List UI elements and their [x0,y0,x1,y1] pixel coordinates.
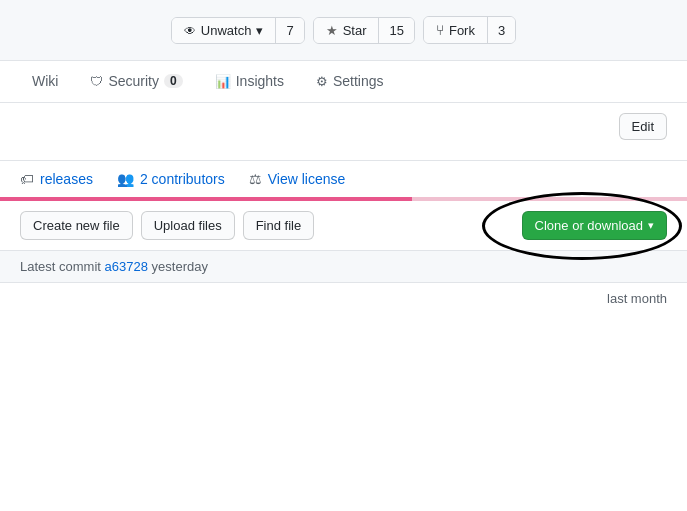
unwatch-button[interactable]: Unwatch ▾ [172,18,277,43]
unwatch-chevron: ▾ [256,23,263,38]
releases-label: releases [40,171,93,187]
contributors-link[interactable]: 👥 2 contributors [117,171,225,187]
latest-commit-prefix: Latest commit [20,259,101,274]
edit-section: Edit [0,103,687,160]
star-group: Star 15 [313,17,415,44]
commit-hash[interactable]: a63728 [105,259,148,274]
insights-icon: 📊 [215,74,231,89]
fork-count[interactable]: 3 [488,17,515,43]
tab-wiki-label: Wiki [32,73,58,89]
star-label: Star [343,23,367,38]
edit-button[interactable]: Edit [619,113,667,140]
tab-settings[interactable]: ⚙ Settings [300,61,400,103]
star-icon [326,23,338,38]
shield-icon: 🛡 [90,74,103,89]
releases-link[interactable]: 🏷 releases [20,171,93,187]
settings-icon: ⚙ [316,74,328,89]
view-license-link[interactable]: ⚖ View license [249,171,346,187]
clone-label: Clone or download [535,218,643,233]
tab-security-label: Security [108,73,159,89]
tab-security[interactable]: 🛡 Security 0 [74,61,198,103]
eye-icon [184,23,196,38]
create-new-file-button[interactable]: Create new file [20,211,133,240]
clone-dropdown-arrow: ▾ [648,219,654,232]
tab-settings-label: Settings [333,73,384,89]
fork-icon [436,22,444,38]
star-count[interactable]: 15 [379,18,413,43]
contributors-label: 2 contributors [140,171,225,187]
page-wrapper: Unwatch ▾ 7 Star 15 Fork 3 [0,0,687,511]
tab-insights-label: Insights [236,73,284,89]
tag-icon: 🏷 [20,171,34,187]
stats-bar: 🏷 releases 👥 2 contributors ⚖ View licen… [0,160,687,197]
unwatch-count[interactable]: 7 [276,18,303,43]
upload-files-button[interactable]: Upload files [141,211,235,240]
tab-insights[interactable]: 📊 Insights [199,61,300,103]
fork-button[interactable]: Fork [424,17,488,43]
unwatch-label: Unwatch [201,23,252,38]
nav-tabs: Wiki 🛡 Security 0 📊 Insights ⚙ Settings [0,61,687,103]
fork-label: Fork [449,23,475,38]
security-badge: 0 [164,74,183,88]
commit-time: yesterday [152,259,208,274]
people-icon: 👥 [117,171,134,187]
file-actions-bar: Create new file Upload files Find file C… [0,201,687,250]
last-row: last month [0,283,687,314]
action-bar: Unwatch ▾ 7 Star 15 Fork 3 [0,0,687,61]
unwatch-group: Unwatch ▾ 7 [171,17,305,44]
star-button[interactable]: Star [314,18,380,43]
find-file-button[interactable]: Find file [243,211,315,240]
view-license-label: View license [268,171,346,187]
balance-icon: ⚖ [249,171,262,187]
tab-wiki[interactable]: Wiki [16,61,74,103]
clone-or-download-button[interactable]: Clone or download ▾ [522,211,667,240]
fork-group: Fork 3 [423,16,516,44]
commit-bar: Latest commit a63728 yesterday [0,250,687,283]
last-month-label: last month [607,291,667,306]
